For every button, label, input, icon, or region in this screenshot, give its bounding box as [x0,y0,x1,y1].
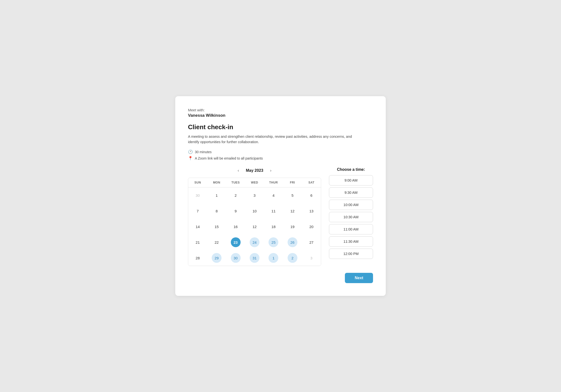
calendar-day[interactable]: 18 [264,219,283,234]
event-title: Client check-in [188,123,373,131]
calendar-day[interactable]: 5 [283,187,302,203]
time-section: Choose a time: 9:00 AM9:30 AM10:00 AM10:… [329,167,373,266]
footer: Next [188,273,373,283]
calendar-day[interactable]: 19 [283,219,302,234]
calendar-day[interactable]: 13 [302,203,321,219]
calendar-day[interactable]: 23 [226,234,245,250]
day-headers: SUNMONTUESWEDTHURFRISAT [188,178,321,187]
calendar-day[interactable]: 21 [188,234,207,250]
calendar-day: 3 [302,250,321,266]
duration-row: 🕐 30 minutes [188,150,373,154]
calendar-day: 30 [188,187,207,203]
calendar-day[interactable]: 25 [264,234,283,250]
calendar-day[interactable]: 30 [226,250,245,266]
content-area: ‹ May 2023 › SUNMONTUESWEDTHURFRISAT 301… [188,167,373,266]
prev-month-button[interactable]: ‹ [236,167,241,174]
calendar-grid: SUNMONTUESWEDTHURFRISAT 3012345678910111… [188,178,321,266]
time-slot-button[interactable]: 9:00 AM [329,175,373,185]
host-name: Vanessa Wilkinson [188,113,373,118]
time-slot-button[interactable]: 9:30 AM [329,187,373,198]
day-header-sat: SAT [302,178,321,187]
calendar-day[interactable]: 4 [264,187,283,203]
calendar-header: ‹ May 2023 › [188,167,321,174]
time-slot-button[interactable]: 10:00 AM [329,200,373,210]
calendar-day[interactable]: 12 [245,219,264,234]
calendar-day[interactable]: 28 [188,250,207,266]
calendar-day[interactable]: 1 [207,187,226,203]
month-label: May 2023 [246,168,263,173]
time-slot-button[interactable]: 12:00 PM [329,249,373,259]
next-button[interactable]: Next [345,273,373,283]
meet-with-label: Meet with: [188,108,373,112]
time-slot-button[interactable]: 11:30 AM [329,236,373,247]
day-header-thur: THUR [264,178,283,187]
calendar-day[interactable]: 24 [245,234,264,250]
calendar-day[interactable]: 8 [207,203,226,219]
calendar-body: 3012345678910111213141516121819202122232… [188,187,321,266]
calendar-day[interactable]: 9 [226,203,245,219]
event-description: A meeting to assess and strengthen clien… [188,134,354,145]
calendar-day[interactable]: 3 [245,187,264,203]
calendar-day[interactable]: 29 [207,250,226,266]
calendar-day[interactable]: 6 [302,187,321,203]
time-slots-list: 9:00 AM9:30 AM10:00 AM10:30 AM11:00 AM11… [329,175,373,259]
calendar-day[interactable]: 10 [245,203,264,219]
time-section-title: Choose a time: [329,167,373,172]
time-slot-button[interactable]: 11:00 AM [329,224,373,234]
location-text: A Zoom link will be emailed to all parti… [195,156,263,160]
calendar-day[interactable]: 2 [226,187,245,203]
day-header-tues: TUES [226,178,245,187]
calendar-day: 1 [264,250,283,266]
day-header-sun: SUN [188,178,207,187]
calendar-day[interactable]: 15 [207,219,226,234]
calendar-day[interactable]: 7 [188,203,207,219]
duration-text: 30 minutes [195,150,211,154]
calendar-day[interactable]: 16 [226,219,245,234]
calendar-day: 2 [283,250,302,266]
location-icon: 📍 [188,156,193,161]
calendar-day[interactable]: 31 [245,250,264,266]
day-header-fri: FRI [283,178,302,187]
time-slot-button[interactable]: 10:30 AM [329,212,373,222]
next-month-button[interactable]: › [268,167,273,174]
day-header-mon: MON [207,178,226,187]
calendar-day[interactable]: 12 [283,203,302,219]
calendar-day[interactable]: 26 [283,234,302,250]
location-row: 📍 A Zoom link will be emailed to all par… [188,156,373,161]
calendar-section: ‹ May 2023 › SUNMONTUESWEDTHURFRISAT 301… [188,167,321,266]
clock-icon: 🕐 [188,150,193,154]
day-header-wed: WED [245,178,264,187]
calendar-day[interactable]: 22 [207,234,226,250]
calendar-day[interactable]: 27 [302,234,321,250]
calendar-day[interactable]: 11 [264,203,283,219]
scheduling-card: Meet with: Vanessa Wilkinson Client chec… [175,96,386,296]
calendar-day[interactable]: 14 [188,219,207,234]
calendar-day[interactable]: 20 [302,219,321,234]
